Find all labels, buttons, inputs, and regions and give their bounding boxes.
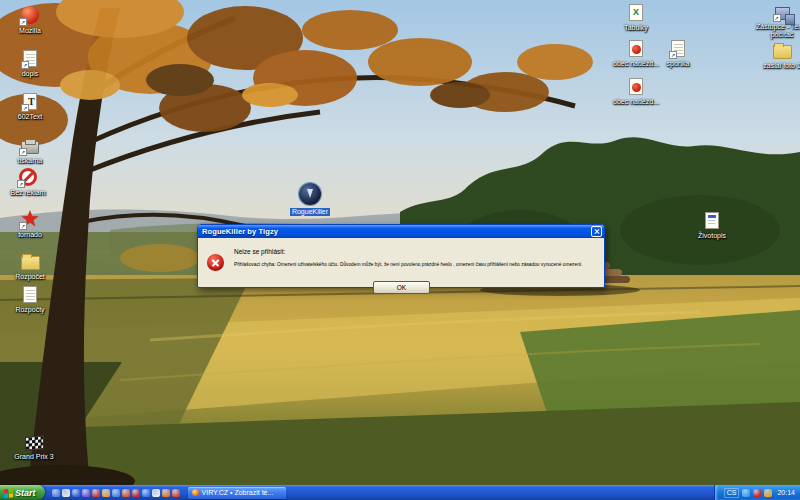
taskbar: Start VIRY.CZ • Zobrazit té... CS 20:14: [0, 485, 800, 500]
clock[interactable]: 20:14: [777, 489, 795, 496]
opera-icon[interactable]: [122, 489, 130, 497]
folder-icon: [773, 45, 792, 59]
globe-icon[interactable]: [112, 489, 120, 497]
desktop-icon-label: RogueKiller: [290, 208, 330, 216]
update-icon[interactable]: [764, 489, 772, 497]
desktop-icon-grand-prix-3[interactable]: Grand Prix 3: [6, 436, 62, 461]
ok-button[interactable]: OK: [373, 281, 430, 294]
desktop-icon-label: Rozpočty: [15, 306, 44, 314]
doc2-icon: [23, 286, 37, 303]
mail-icon[interactable]: [62, 489, 70, 497]
desktop-icon-sportka[interactable]: ↗sportka: [650, 40, 706, 68]
desktop-icon-zivotopis[interactable]: Životopis: [684, 212, 740, 240]
desktop-icon-tiskarna[interactable]: ↗tiskárna: [2, 136, 58, 165]
media-icon[interactable]: [172, 489, 180, 497]
desktop: ↗Mozilla↗dopis↗602Text↗tiskárna↗Bez rekl…: [0, 0, 800, 500]
word-icon: [705, 212, 719, 229]
start-label: Start: [15, 488, 36, 498]
shortcut-arrow-icon: ↗: [669, 51, 677, 59]
pdf-icon: [629, 40, 643, 57]
desktop-icon-label: Rozpočet: [15, 273, 45, 281]
shortcut-arrow-icon: ↗: [19, 148, 27, 156]
windows-flag-icon: [4, 488, 12, 497]
desktop-icon-label: Mozilla: [19, 27, 41, 35]
xls-icon: [629, 4, 643, 21]
desktop-icon-label: zaslal foto 1: [763, 62, 800, 70]
desktop-icon-tabulky[interactable]: Tabulky: [608, 4, 664, 32]
quick-launch: [52, 489, 180, 497]
start-button[interactable]: Start: [0, 485, 45, 500]
shortcut-arrow-icon: ↗: [19, 18, 27, 26]
skype-icon[interactable]: [142, 489, 150, 497]
shortcut-arrow-icon: ↗: [21, 61, 29, 69]
player-icon[interactable]: [132, 489, 140, 497]
desktop-icon-label: obec naděžd...: [613, 98, 659, 106]
desktop-icon-dopis[interactable]: ↗dopis: [2, 50, 58, 78]
desktop-icon-tornado[interactable]: ↗tornado: [2, 210, 58, 239]
desktop-icon-mozilla[interactable]: ↗Mozilla: [2, 6, 58, 35]
desktop-icon-602text[interactable]: ↗602Text: [2, 93, 58, 121]
desktop-icon-label: tiskárna: [18, 157, 43, 165]
desktop-icon-rozpocet[interactable]: Rozpočet: [2, 251, 58, 281]
desktop-icon-zaslal-foto-1[interactable]: zaslal foto 1: [754, 40, 800, 70]
folder-icon: [21, 256, 40, 270]
flag-app-icon[interactable]: [92, 489, 100, 497]
error-icon: [207, 254, 224, 271]
dialog-heading: Nelze se přihlásit:: [234, 248, 596, 255]
flag-icon: [25, 435, 44, 451]
dialog-message: Přihlašovací chyba: Omezení uživatelskéh…: [234, 261, 524, 267]
shortcut-arrow-icon: ↗: [19, 222, 27, 230]
ie-icon[interactable]: [52, 489, 60, 497]
firefox-icon: [192, 489, 199, 496]
downloader-icon[interactable]: [102, 489, 110, 497]
desktop-icon-rozpocty[interactable]: Rozpočty: [2, 286, 58, 314]
shortcut-arrow-icon: ↗: [21, 104, 29, 112]
desktop-icon-obec-pdf-2[interactable]: obec naděžd...: [608, 78, 664, 106]
desktop-icon-label: tornado: [18, 231, 42, 239]
close-icon[interactable]: [591, 226, 602, 237]
messenger-icon[interactable]: [82, 489, 90, 497]
firefox-icon[interactable]: [162, 489, 170, 497]
desktop-icon-label: Zástupce - Tento počítač: [755, 23, 800, 39]
desktop-icon-label: Tabulky: [624, 24, 648, 32]
desktop-icon-bez-reklam[interactable]: ↗Bez reklam: [0, 168, 56, 197]
shortcut-arrow-icon: ↗: [17, 180, 25, 188]
antivirus-icon[interactable]: [753, 489, 761, 497]
desktop-icon-label: dopis: [22, 70, 39, 78]
rk-icon: [299, 183, 321, 205]
shortcut-arrow-icon: ↗: [773, 14, 781, 22]
dialog-body: Nelze se přihlásit: Přihlašovací chyba: …: [198, 238, 604, 287]
notepad-icon[interactable]: [152, 489, 160, 497]
display-icon[interactable]: [742, 489, 750, 497]
roguekiller-error-dialog: RogueKiller by Tigzy Nelze se přihlásit:…: [197, 224, 605, 288]
desktop-icon-label: sportka: [667, 60, 690, 68]
dialog-titlebar[interactable]: RogueKiller by Tigzy: [198, 225, 604, 238]
desktop-icon-label: Grand Prix 3: [14, 453, 53, 461]
desktop-icon-tento-pocitac[interactable]: ↗Zástupce - Tento počítač: [754, 4, 800, 39]
desktop-icon-label: Bez reklam: [10, 189, 45, 197]
system-tray: CS 20:14: [714, 485, 800, 500]
tray-icons: [742, 489, 772, 497]
desktop-icon-label: Životopis: [698, 232, 726, 240]
pdf-icon: [629, 78, 643, 95]
language-indicator[interactable]: CS: [724, 488, 740, 498]
dialog-title: RogueKiller by Tigzy: [202, 227, 278, 236]
desktop-icon-label: 602Text: [18, 113, 43, 121]
task-button-label: VIRY.CZ • Zobrazit té...: [202, 489, 274, 496]
task-button-firefox[interactable]: VIRY.CZ • Zobrazit té...: [188, 487, 286, 499]
browser-icon[interactable]: [72, 489, 80, 497]
desktop-icon-roguekiller[interactable]: RogueKiller: [282, 183, 338, 216]
